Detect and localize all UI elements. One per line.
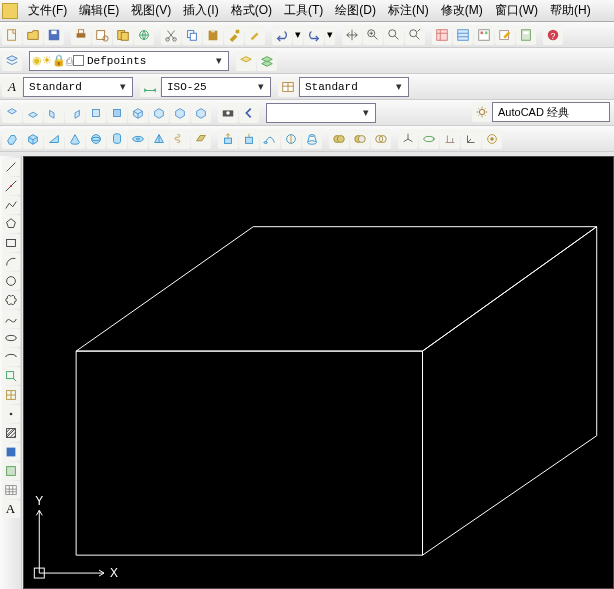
circle-button[interactable] — [2, 272, 20, 290]
ellipsearc-button[interactable] — [2, 348, 20, 366]
workspace-combo[interactable]: AutoCAD 经典 — [492, 102, 610, 122]
setup-button[interactable] — [482, 129, 502, 149]
zoom-rt-button[interactable] — [363, 25, 383, 45]
view-ne-button[interactable] — [170, 103, 190, 123]
make-block-button[interactable] — [2, 386, 20, 404]
helix-button[interactable] — [170, 129, 190, 149]
view-sw-button[interactable] — [128, 103, 148, 123]
3ddwf-button[interactable] — [134, 25, 154, 45]
undo-button[interactable] — [272, 25, 292, 45]
view-back-button[interactable] — [107, 103, 127, 123]
3dalign-button[interactable] — [440, 129, 460, 149]
revolve-button[interactable] — [281, 129, 301, 149]
tablestyle-icon-button[interactable] — [278, 77, 298, 97]
zoom-prev-button[interactable] — [405, 25, 425, 45]
workspace-gear-button[interactable] — [472, 102, 492, 122]
loft-button[interactable] — [302, 129, 322, 149]
polygon-button[interactable] — [2, 215, 20, 233]
properties-button[interactable] — [432, 25, 452, 45]
pline-button[interactable] — [2, 196, 20, 214]
view-top-button[interactable] — [2, 103, 22, 123]
dimstyle-combo[interactable]: ISO-25 ▾ — [161, 77, 271, 97]
subtract-button[interactable] — [350, 129, 370, 149]
textstyle-combo[interactable]: Standard ▾ — [23, 77, 133, 97]
menu-insert[interactable]: 插入(I) — [177, 0, 224, 21]
sphere-button[interactable] — [86, 129, 106, 149]
3dmove-button[interactable] — [398, 129, 418, 149]
new-button[interactable] — [2, 25, 22, 45]
menu-view[interactable]: 视图(V) — [125, 0, 177, 21]
view-bottom-button[interactable] — [23, 103, 43, 123]
menu-tools[interactable]: 工具(T) — [278, 0, 329, 21]
pyramid-button[interactable] — [149, 129, 169, 149]
layer-states-button[interactable] — [257, 51, 277, 71]
menu-help[interactable]: 帮助(H) — [544, 0, 597, 21]
menu-edit[interactable]: 编辑(E) — [73, 0, 125, 21]
tablestyle-combo[interactable]: Standard ▾ — [299, 77, 409, 97]
polysolid-button[interactable] — [2, 129, 22, 149]
ellipse-button[interactable] — [2, 329, 20, 347]
plot-preview-button[interactable] — [92, 25, 112, 45]
menu-draw[interactable]: 绘图(D) — [329, 0, 382, 21]
redo-button[interactable] — [304, 25, 324, 45]
xline-button[interactable] — [2, 177, 20, 195]
wedge-button[interactable] — [44, 129, 64, 149]
dimstyle-icon-button[interactable] — [140, 77, 160, 97]
toolpalette-button[interactable] — [474, 25, 494, 45]
sweep-button[interactable] — [260, 129, 280, 149]
menu-format[interactable]: 格式(O) — [225, 0, 278, 21]
view-se-button[interactable] — [149, 103, 169, 123]
textstyle-icon-button[interactable]: A — [2, 77, 22, 97]
ucs-button[interactable] — [461, 129, 481, 149]
undo-dropdown[interactable]: ▾ — [293, 25, 303, 45]
union-button[interactable] — [329, 129, 349, 149]
pan-button[interactable] — [342, 25, 362, 45]
copy-button[interactable] — [182, 25, 202, 45]
matchprop-button[interactable] — [224, 25, 244, 45]
zoom-window-button[interactable] — [384, 25, 404, 45]
region-button[interactable] — [2, 462, 20, 480]
layer-prev-button[interactable] — [236, 51, 256, 71]
extrude-button[interactable] — [218, 129, 238, 149]
menu-window[interactable]: 窗口(W) — [489, 0, 544, 21]
print-button[interactable] — [71, 25, 91, 45]
table-button[interactable] — [2, 481, 20, 499]
arc-button[interactable] — [2, 253, 20, 271]
spline-button[interactable] — [2, 310, 20, 328]
revcloud-button[interactable] — [2, 291, 20, 309]
menu-modify[interactable]: 修改(M) — [435, 0, 489, 21]
3drotate-button[interactable] — [419, 129, 439, 149]
point-button[interactable] — [2, 405, 20, 423]
gradient-button[interactable] — [2, 443, 20, 461]
layermgr-button[interactable] — [2, 51, 22, 71]
named-views-combo[interactable]: ▾ — [266, 103, 376, 123]
planarsurf-button[interactable] — [191, 129, 211, 149]
save-button[interactable] — [44, 25, 64, 45]
layer-combo[interactable]: ◉ ☀ 🔒 ⎙ Defpoints ▾ — [29, 51, 229, 71]
view-front-button[interactable] — [86, 103, 106, 123]
calc-button[interactable] — [516, 25, 536, 45]
cone-button[interactable] — [65, 129, 85, 149]
publish-button[interactable] — [113, 25, 133, 45]
brush-button[interactable] — [245, 25, 265, 45]
prev-view-button[interactable] — [239, 103, 259, 123]
rect-button[interactable] — [2, 234, 20, 252]
drawing-canvas[interactable]: Y X — [23, 156, 614, 589]
intersect-button[interactable] — [371, 129, 391, 149]
torus-button[interactable] — [128, 129, 148, 149]
markup-button[interactable] — [495, 25, 515, 45]
camera-button[interactable] — [218, 103, 238, 123]
view-nw-button[interactable] — [191, 103, 211, 123]
cylinder-button[interactable] — [107, 129, 127, 149]
box-button[interactable] — [23, 129, 43, 149]
redo-dropdown[interactable]: ▾ — [325, 25, 335, 45]
paste-button[interactable] — [203, 25, 223, 45]
help-button[interactable]: ? — [543, 25, 563, 45]
sheetset-button[interactable] — [453, 25, 473, 45]
menu-annot[interactable]: 标注(N) — [382, 0, 435, 21]
mtext-button[interactable]: A — [2, 500, 20, 518]
menu-file[interactable]: 文件(F) — [22, 0, 73, 21]
view-left-button[interactable] — [44, 103, 64, 123]
open-button[interactable] — [23, 25, 43, 45]
line-button[interactable] — [2, 158, 20, 176]
